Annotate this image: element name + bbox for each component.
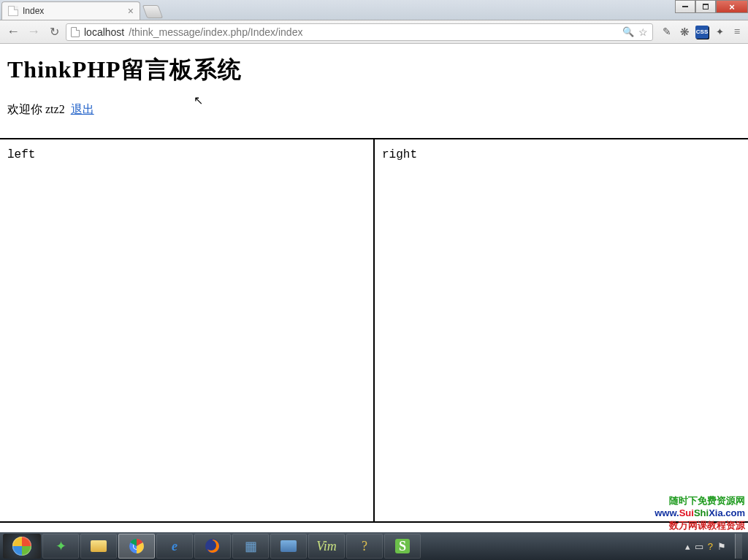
maximize-button[interactable]	[695, 0, 716, 13]
tab-title: Index	[23, 6, 123, 16]
site-icon	[71, 27, 80, 37]
minimize-button[interactable]	[675, 0, 695, 13]
logout-link[interactable]: 退出	[71, 103, 94, 115]
tab-strip: Index ×	[0, 0, 748, 20]
firefox-icon	[204, 537, 221, 555]
clip-extension-icon[interactable]: ✦	[713, 26, 726, 39]
browser-tab[interactable]: Index ×	[1, 1, 140, 20]
taskbar-app-1[interactable]: ✦	[42, 534, 79, 559]
tray-flag-icon[interactable]: ⚑	[717, 541, 726, 552]
new-tab-button[interactable]	[142, 5, 164, 18]
extension-icons: ✎ ❋ CSS ✦ ≡	[660, 26, 744, 39]
welcome-line: 欢迎你 ztz2 退出	[0, 91, 748, 123]
system-tray[interactable]: ▴ ▭ ? ⚑	[685, 534, 745, 559]
gear-extension-icon[interactable]: ❋	[678, 26, 691, 39]
taskbar-firefox[interactable]	[194, 534, 231, 559]
chrome-icon	[128, 537, 145, 555]
omnibox-actions: 🔍 ☆	[622, 26, 648, 38]
taskbar-vim[interactable]: Vim	[308, 534, 345, 559]
taskbar: ✦ e ▦ Vim ? S ▴ ▭ ? ⚑	[0, 532, 748, 560]
welcome-prefix: 欢迎你	[7, 103, 45, 115]
taskbar-app-7[interactable]	[270, 534, 307, 559]
page-content: ThinkPHP留言板系统 ↖ 欢迎你 ztz2 退出 left right	[0, 44, 748, 533]
watermark-line2: www.SuiShiXia.com	[654, 507, 745, 520]
wand-extension-icon[interactable]: ✎	[660, 26, 673, 39]
show-desktop-button[interactable]	[735, 534, 742, 559]
taskbar-chrome[interactable]	[118, 534, 155, 559]
windows-logo-icon	[12, 537, 31, 556]
css-extension-icon[interactable]: CSS	[695, 26, 709, 39]
left-label: left	[7, 148, 35, 161]
back-button[interactable]: ←	[4, 23, 22, 41]
window-controls: ×	[675, 0, 748, 13]
panels: left right	[0, 138, 748, 523]
tray-up-icon[interactable]: ▴	[685, 541, 690, 552]
username: ztz2	[45, 103, 65, 115]
watermark: 随时下免费资源网 www.SuiShiXia.com 数万网课教程资源	[654, 495, 745, 532]
forward-button[interactable]: →	[25, 23, 42, 41]
watermark-line1: 随时下免费资源网	[654, 495, 745, 507]
url-host: localhost	[84, 26, 124, 38]
taskbar-skype[interactable]: S	[384, 534, 421, 559]
browser-toolbar: ← → ↻ localhost/think_message/index.php/…	[0, 20, 748, 44]
page-icon	[8, 6, 18, 16]
bookmark-star-icon[interactable]: ☆	[638, 26, 648, 38]
search-icon[interactable]: 🔍	[622, 26, 634, 37]
tray-battery-icon[interactable]: ▭	[695, 541, 703, 552]
close-tab-icon[interactable]: ×	[128, 5, 134, 17]
url-path: /think_message/index.php/Index/index	[129, 26, 302, 38]
chrome-menu-icon[interactable]: ≡	[730, 26, 744, 39]
right-label: right	[382, 148, 417, 161]
reload-button[interactable]: ↻	[45, 23, 63, 41]
close-button[interactable]: ×	[716, 0, 748, 13]
taskbar-app-6[interactable]: ▦	[232, 534, 269, 559]
taskbar-explorer[interactable]	[80, 534, 117, 559]
address-bar[interactable]: localhost/think_message/index.php/Index/…	[66, 23, 653, 41]
right-panel: right	[375, 139, 748, 521]
left-panel: left	[0, 139, 375, 521]
page-title: ThinkPHP留言板系统	[0, 44, 748, 91]
taskbar-ie[interactable]: e	[156, 534, 193, 559]
taskbar-app-9[interactable]: ?	[346, 534, 383, 559]
start-button[interactable]	[3, 534, 41, 559]
watermark-line3: 数万网课教程资源	[654, 520, 745, 532]
tray-help-icon[interactable]: ?	[708, 541, 713, 552]
